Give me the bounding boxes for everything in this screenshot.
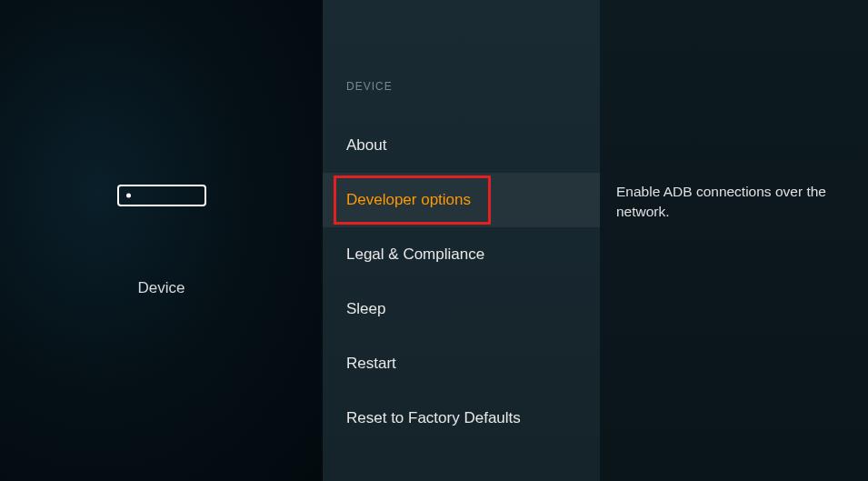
section-header-device: DEVICE bbox=[323, 80, 600, 93]
menu-item-label: Developer options bbox=[346, 191, 471, 208]
menu-item-about[interactable]: About bbox=[323, 118, 600, 173]
item-description: Enable ADB connections over the network. bbox=[616, 182, 841, 221]
menu-item-reset-factory[interactable]: Reset to Factory Defaults bbox=[323, 391, 600, 446]
menu-item-sleep[interactable]: Sleep bbox=[323, 282, 600, 336]
left-panel: Device bbox=[0, 0, 323, 481]
device-label: Device bbox=[138, 279, 185, 297]
menu-item-legal-compliance[interactable]: Legal & Compliance bbox=[323, 227, 600, 282]
device-icon bbox=[117, 185, 206, 206]
description-panel: Enable ADB connections over the network. bbox=[600, 0, 868, 481]
menu-item-developer-options[interactable]: Developer options bbox=[323, 173, 600, 227]
menu-panel: DEVICE About Developer options Legal & C… bbox=[323, 0, 600, 481]
menu-item-restart[interactable]: Restart bbox=[323, 336, 600, 391]
